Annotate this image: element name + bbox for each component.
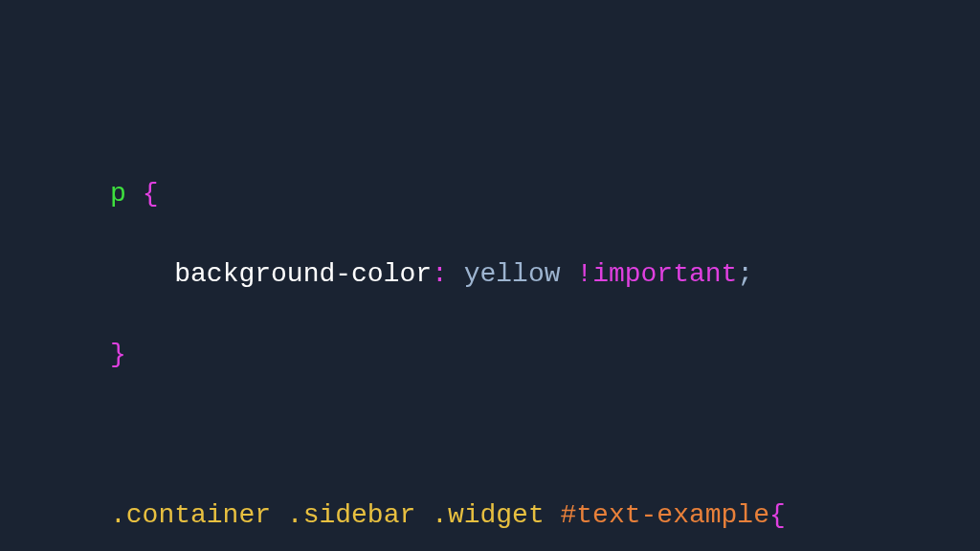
- css-colon: :: [432, 259, 448, 289]
- css-property: background-color: [174, 259, 432, 289]
- css-id-selector: #text-example: [561, 500, 769, 530]
- code-editor[interactable]: p { background-color: yellow !important;…: [0, 0, 980, 551]
- css-class-selector: .sidebar: [287, 500, 415, 530]
- code-line-2: background-color: yellow !important;: [110, 254, 980, 295]
- css-brace-close: }: [110, 340, 126, 369]
- css-important: !important: [576, 259, 737, 289]
- css-class-selector: .container: [110, 500, 271, 530]
- css-brace-open: {: [769, 500, 786, 530]
- code-line-4: [110, 415, 980, 455]
- css-semicolon: ;: [737, 259, 753, 289]
- css-value: yellow: [464, 259, 561, 289]
- css-brace-open: {: [143, 179, 159, 209]
- code-line-5: .container .sidebar .widget #text-exampl…: [110, 496, 980, 536]
- code-line-3: }: [110, 335, 980, 375]
- css-selector-tag: p: [110, 179, 126, 209]
- css-class-selector: .widget: [432, 500, 545, 530]
- code-line-1: p {: [110, 174, 980, 214]
